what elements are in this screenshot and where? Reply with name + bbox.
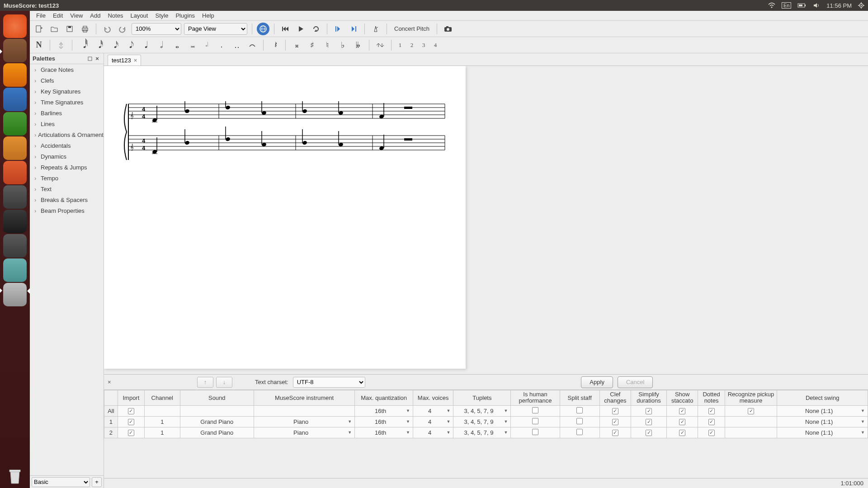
col-header[interactable]: Showstaccato [667, 390, 698, 406]
double-whole-note-button[interactable]: 𝅜 [184, 39, 197, 52]
loop-out-button[interactable] [347, 23, 360, 35]
launcher-software-center[interactable] [3, 161, 27, 184]
new-button[interactable] [33, 23, 45, 35]
menu-add[interactable]: Add [86, 12, 104, 19]
checkbox[interactable] [532, 407, 538, 413]
dropdown-cell[interactable]: 3, 4, 5, 7, 9▼ [456, 408, 508, 414]
zoom-select[interactable]: 100% [132, 23, 181, 35]
col-header[interactable]: Recognize pickupmeasure [725, 390, 777, 406]
checkbox[interactable] [576, 418, 583, 424]
dropdown-cell[interactable]: Piano▼ [257, 418, 352, 425]
longa-note-button[interactable]: 𝆹𝅥 [200, 39, 212, 52]
menu-file[interactable]: File [33, 12, 49, 19]
track-down-button[interactable]: ↓ [216, 377, 232, 388]
cancel-button[interactable]: Cancel [618, 376, 653, 388]
launcher-calc[interactable] [3, 112, 27, 136]
clock[interactable]: 11:56 PM [826, 2, 852, 9]
checkbox[interactable] [532, 418, 538, 424]
col-header[interactable]: Is humanperformance [511, 390, 560, 406]
repitch-button[interactable] [55, 39, 67, 52]
track-up-button[interactable]: ↑ [197, 377, 213, 388]
palette-item[interactable]: ›Grace Notes [30, 64, 104, 75]
launcher-firefox[interactable] [3, 63, 27, 87]
checkbox[interactable] [128, 430, 134, 436]
musescore-connect-button[interactable] [257, 23, 269, 35]
menu-plugins[interactable]: Plugins [172, 12, 198, 19]
midi-panel-close-button[interactable]: × [108, 379, 116, 385]
dropdown-cell[interactable]: 16th▼ [358, 408, 410, 414]
palette-close-button[interactable]: × [94, 55, 101, 62]
apply-button[interactable]: Apply [581, 376, 613, 388]
tie-button[interactable] [246, 39, 259, 52]
battery-icon[interactable] [797, 3, 807, 8]
wifi-icon[interactable] [768, 2, 775, 9]
col-header[interactable]: Max. quantization [355, 390, 413, 406]
menu-notes[interactable]: Notes [104, 12, 127, 19]
col-header[interactable]: Max. voices [413, 390, 453, 406]
dropdown-cell[interactable]: 3, 4, 5, 7, 9▼ [456, 418, 508, 425]
menu-style[interactable]: Style [151, 12, 172, 19]
dropdown-cell[interactable]: None (1:1)▼ [780, 429, 865, 436]
dropdown-cell[interactable]: 4▼ [416, 408, 450, 414]
tab-close-button[interactable]: × [134, 57, 137, 64]
dot-button[interactable]: . [215, 39, 228, 52]
flat-button[interactable]: ♭ [336, 39, 349, 52]
col-header[interactable]: Dottednotes [698, 390, 725, 406]
menu-layout[interactable]: Layout [127, 12, 151, 19]
dropdown-cell[interactable]: 16th▼ [358, 429, 410, 436]
palette-item[interactable]: ›Barlines [30, 108, 104, 118]
voice-3-button[interactable]: 3 [420, 42, 428, 49]
open-button[interactable] [48, 23, 61, 35]
double-flat-button[interactable]: 𝄫 [352, 39, 364, 52]
checkbox[interactable] [612, 419, 618, 425]
launcher-trash[interactable] [3, 465, 27, 488]
palette-item[interactable]: ›Lines [30, 118, 104, 129]
dropdown-cell[interactable]: 4▼ [416, 429, 450, 436]
voice-2-button[interactable]: 2 [408, 42, 416, 49]
checkbox[interactable] [128, 408, 134, 414]
rewind-button[interactable] [279, 23, 292, 35]
camera-button[interactable] [442, 23, 454, 35]
palette-add-button[interactable]: + [92, 477, 102, 487]
palette-item[interactable]: ›Time Signatures [30, 97, 104, 108]
checkbox[interactable] [679, 408, 685, 414]
menu-view[interactable]: View [66, 12, 86, 19]
launcher-disk[interactable] [3, 283, 27, 306]
natural-button[interactable]: ♮ [321, 39, 334, 52]
loop-in-button[interactable] [332, 23, 344, 35]
rest-button[interactable]: 𝄽 [268, 39, 281, 52]
checkbox[interactable] [576, 407, 583, 413]
palette-item[interactable]: ›Breaks & Spacers [30, 194, 104, 205]
flip-button[interactable] [374, 39, 387, 52]
palette-item[interactable]: ›Dynamics [30, 151, 104, 162]
launcher-ubuntu-dash[interactable] [3, 14, 27, 38]
undo-button[interactable] [101, 23, 113, 35]
checkbox[interactable] [576, 429, 583, 435]
palette-workspace-select[interactable]: Basic [32, 477, 90, 487]
palette-item[interactable]: ›Key Signatures [30, 86, 104, 97]
palette-item[interactable]: ›Articulations & Ornaments [30, 129, 104, 140]
16th-note-button[interactable]: 𝅘𝅥𝅯 [108, 39, 120, 52]
whole-note-button[interactable]: 𝅝 [169, 39, 182, 52]
dropdown-cell[interactable]: None (1:1)▼ [780, 418, 865, 425]
col-header[interactable]: Import [118, 390, 144, 406]
dropdown-cell[interactable]: Piano▼ [257, 429, 352, 436]
col-header[interactable]: Detect swing [777, 390, 868, 406]
checkbox[interactable] [532, 429, 538, 435]
checkbox[interactable] [708, 408, 715, 414]
col-header[interactable]: Simplifydurations [631, 390, 667, 406]
redo-button[interactable] [116, 23, 129, 35]
gear-icon[interactable] [858, 2, 864, 9]
quarter-note-button[interactable]: 𝅘𝅥 [138, 39, 151, 52]
launcher-settings[interactable] [3, 185, 27, 209]
score-canvas[interactable]: 𝄞 44 [104, 66, 868, 374]
col-header[interactable]: Clefchanges [599, 390, 631, 406]
checkbox[interactable] [646, 408, 652, 414]
loop-button[interactable] [310, 23, 322, 35]
checkbox[interactable] [646, 419, 652, 425]
palette-item[interactable]: ›Clefs [30, 75, 104, 86]
launcher-terminal[interactable] [3, 210, 27, 233]
print-button[interactable] [79, 23, 91, 35]
double-dot-button[interactable]: ‥ [231, 39, 243, 52]
64th-note-button[interactable]: 𝅘𝅥𝅱 [77, 39, 90, 52]
